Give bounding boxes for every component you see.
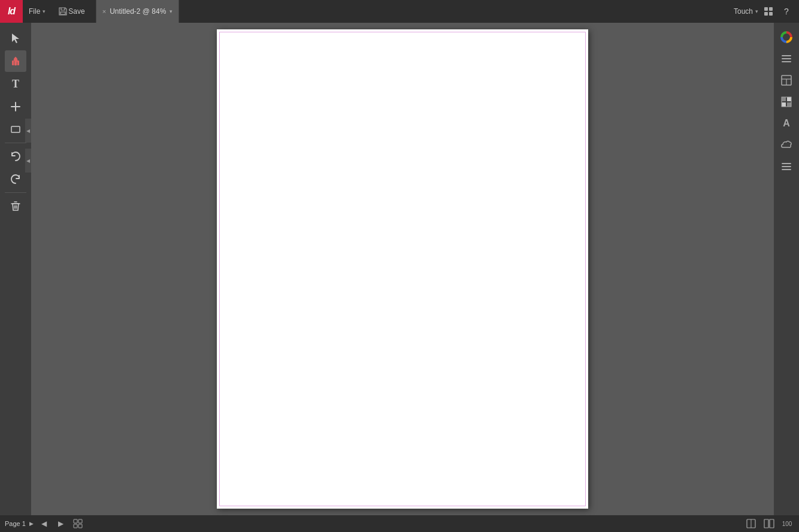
gradient-panel-icon <box>780 96 792 108</box>
zoom-level-button[interactable]: 100 <box>780 518 794 530</box>
trash-icon <box>10 200 22 212</box>
svg-rect-3 <box>764 12 768 16</box>
svg-rect-2 <box>769 7 773 11</box>
svg-rect-29 <box>764 519 768 528</box>
svg-rect-23 <box>74 519 77 523</box>
layout-icon-button[interactable] <box>761 4 776 19</box>
properties-panel-button[interactable] <box>777 49 796 68</box>
workspace-label: Touch <box>734 7 753 16</box>
right-panel: A <box>774 23 799 515</box>
scissors-tool-icon <box>10 101 22 113</box>
delete-button[interactable] <box>5 195 26 217</box>
scissors-tool-button[interactable] <box>5 96 26 117</box>
type-tool-icon: T <box>12 78 19 90</box>
zoom-level-label: 100 <box>782 521 792 527</box>
toolbar-collapse-handle[interactable]: ◀ <box>25 119 31 143</box>
view-spread-button[interactable] <box>762 518 776 530</box>
top-bar: Id File ▾ Save × Untitled-2 @ 84% ▾ Touc… <box>0 0 799 23</box>
svg-rect-25 <box>74 524 77 528</box>
undo-button[interactable] <box>5 146 26 167</box>
type-tool-button[interactable]: T <box>5 73 26 95</box>
file-menu-chevron: ▾ <box>43 8 46 14</box>
bottom-bar-right: 100 <box>744 518 794 530</box>
prev-page-icon: ◀ <box>41 519 47 528</box>
next-page-button[interactable]: ▶ <box>55 518 67 530</box>
layout-panel-button[interactable] <box>777 71 796 90</box>
pages-grid-button[interactable] <box>72 518 84 530</box>
properties-panel-icon <box>780 53 792 65</box>
cloud-panel-button[interactable] <box>777 135 796 155</box>
color-panel-icon <box>780 31 793 44</box>
select-tool-button[interactable] <box>5 28 26 49</box>
workspace-selector[interactable]: Touch ▾ <box>734 7 758 16</box>
select-tool-icon <box>10 32 22 44</box>
next-page-icon: ▶ <box>58 519 63 528</box>
view-fit-button[interactable] <box>744 518 758 530</box>
left-toolbar: T <box>0 23 31 515</box>
svg-rect-17 <box>782 102 786 107</box>
svg-rect-1 <box>764 7 768 11</box>
save-label: Save <box>68 7 84 16</box>
view-spread-icon <box>764 518 774 529</box>
top-bar-right: Touch ▾ ? <box>734 4 799 19</box>
svg-rect-7 <box>11 126 20 132</box>
menu-panel-icon <box>780 161 792 173</box>
direct-select-icon <box>10 55 22 67</box>
menu-panel-button[interactable] <box>777 157 796 176</box>
tab-dropdown-icon[interactable]: ▾ <box>170 8 172 14</box>
help-button[interactable]: ? <box>779 4 794 19</box>
pages-grid-icon <box>73 519 83 528</box>
toolbar-collapse-arrow-2: ◀ <box>26 158 30 164</box>
undo-icon <box>10 150 22 162</box>
bottom-bar: Page 1 ▶ ◀ ▶ 100 <box>0 515 799 532</box>
color-panel-button[interactable] <box>777 28 796 47</box>
typography-panel-icon: A <box>783 118 790 129</box>
page-label: Page 1 <box>5 520 26 527</box>
tab-area: × Untitled-2 @ 84% ▾ <box>91 0 734 23</box>
toolbar-collapse-handle-2[interactable]: ◀ <box>25 149 31 173</box>
svg-rect-16 <box>787 97 791 101</box>
direct-select-tool-button[interactable] <box>5 50 26 72</box>
gradient-panel-button[interactable] <box>777 92 796 111</box>
redo-icon <box>10 173 22 185</box>
save-button[interactable]: Save <box>52 0 90 23</box>
view-fit-icon <box>746 518 756 529</box>
svg-rect-0 <box>60 12 65 14</box>
prev-page-button[interactable]: ◀ <box>38 518 50 530</box>
svg-rect-30 <box>770 519 774 528</box>
canvas-area[interactable] <box>31 23 774 515</box>
document-canvas <box>217 29 588 509</box>
save-icon <box>57 6 68 17</box>
workspace-chevron: ▾ <box>755 8 758 14</box>
svg-rect-15 <box>782 97 786 101</box>
main-area: T <box>0 23 799 515</box>
toolbar-divider-2 <box>5 192 26 193</box>
rectangle-tool-icon <box>10 123 22 135</box>
document-page <box>217 29 588 509</box>
toolbar-collapse-arrow: ◀ <box>26 128 30 134</box>
svg-rect-26 <box>78 524 82 528</box>
help-icon: ? <box>784 7 789 16</box>
tab-close-icon[interactable]: × <box>102 8 106 15</box>
app-logo[interactable]: Id <box>0 0 23 23</box>
page-indicator: Page 1 ▶ <box>5 520 34 527</box>
grid-layout-icon <box>763 6 774 17</box>
svg-rect-24 <box>78 519 82 523</box>
layout-panel-icon <box>780 74 792 86</box>
cloud-panel-icon <box>780 138 793 152</box>
svg-rect-18 <box>787 102 791 107</box>
page-dropdown-arrow[interactable]: ▶ <box>29 521 34 527</box>
file-menu[interactable]: File ▾ <box>23 0 52 23</box>
svg-rect-6 <box>11 106 20 107</box>
tab-title: Untitled-2 @ 84% <box>110 7 166 16</box>
redo-button[interactable] <box>5 168 26 190</box>
file-menu-label: File <box>29 7 40 16</box>
app-logo-text: Id <box>8 6 15 17</box>
typography-panel-button[interactable]: A <box>777 114 796 133</box>
page-margin-guide <box>219 32 586 506</box>
toolbar-divider-1 <box>5 143 26 143</box>
document-tab[interactable]: × Untitled-2 @ 84% ▾ <box>96 0 180 23</box>
svg-rect-4 <box>769 12 773 16</box>
rectangle-tool-button[interactable] <box>5 119 26 140</box>
